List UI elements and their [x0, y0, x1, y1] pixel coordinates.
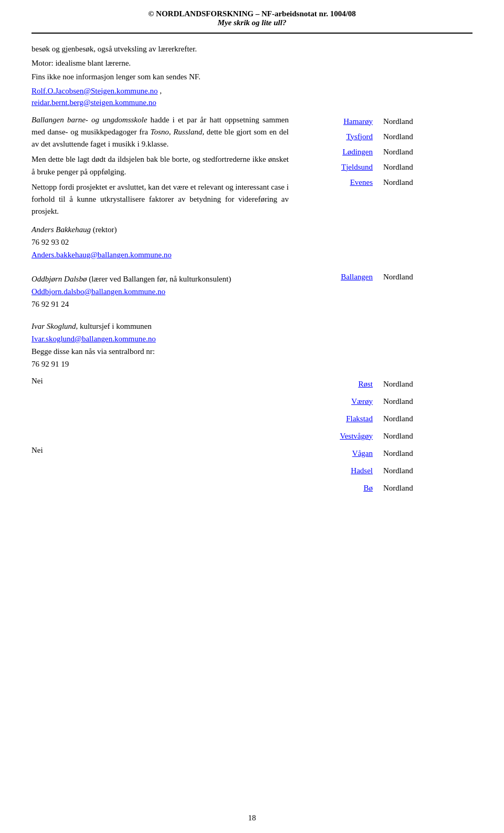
oddbjorn-title: (lærer ved Ballangen før, nå kulturkonsu…: [87, 275, 231, 283]
oddbjorn-phone: 76 92 91 24: [32, 298, 289, 310]
top-section: Ballangen barne- og ungdomsskole hadde i…: [32, 114, 472, 266]
nei-label: Nei: [32, 377, 43, 385]
nei-label: Nei: [32, 446, 43, 454]
anders-email: Anders.bakkehaug@ballangen.kommune.no: [32, 248, 289, 261]
ivar-phone: 76 92 91 19: [32, 358, 472, 370]
municipalities-top: Hamarøy Nordland Tysfjord Nordland Lødin…: [294, 114, 472, 266]
muni-name: Vågan: [294, 446, 378, 461]
lower-right-cell: Hadsel Nordland: [294, 463, 472, 478]
muni-table-bottom-row: Røst Nordland: [294, 377, 472, 392]
narrative-p1: Ballangen barne- og ungdomsskole hadde i…: [32, 114, 289, 151]
table-row: Lødingen Nordland: [294, 144, 472, 160]
combined-row: Oddbjørn Dalsbø (lærer ved Ballangen før…: [32, 269, 472, 316]
muni-county: Nordland: [378, 114, 472, 129]
table-row: Tjeldsund Nordland: [294, 160, 472, 175]
table-row: Evenes Nordland: [294, 175, 472, 190]
table-row: Tysfjord Nordland: [294, 129, 472, 144]
muni-name: Evenes: [294, 175, 378, 190]
table-row: Vågan Nordland: [294, 446, 472, 461]
muni-county: Nordland: [378, 129, 472, 144]
muni-name: Flakstad: [294, 411, 378, 426]
muni-name: Vestvågøy: [294, 429, 378, 444]
muni-county: Nordland: [378, 160, 472, 175]
lower-right-cell: Værøy Nordland: [294, 394, 472, 409]
ivar-title: , kultursjef i kommunen: [76, 322, 152, 330]
ivar-email: Ivar.skoglund@ballangen.kommune.no: [32, 332, 472, 345]
anders-contact: Anders Bakkehaug (rektor) 76 92 93 02 An…: [32, 223, 289, 261]
narrative-left: Ballangen barne- og ungdomsskole hadde i…: [32, 114, 294, 266]
list-item: Nei Røst Nordland: [32, 377, 472, 392]
table-row: Ballangen Nordland: [294, 269, 472, 285]
table-row: Flakstad Nordland: [294, 411, 472, 426]
ballangen-county: Nordland: [378, 269, 472, 285]
header-subtitle: Mye skrik og lite ull?: [32, 18, 472, 27]
email1-link[interactable]: Rolf.O.Jacobsen@Steigen.kommune.no: [32, 87, 158, 95]
list-item: Vestvågøy Nordland: [32, 429, 472, 444]
narrative-block: Ballangen barne- og ungdomsskole hadde i…: [32, 114, 289, 218]
ballangen-muni-block: Ballangen Nordland: [294, 269, 472, 316]
intro-line1: besøk og gjenbesøk, også utveksling av l…: [32, 43, 472, 55]
muni-name: Røst: [294, 377, 378, 392]
lower-right-cell: Røst Nordland: [294, 377, 472, 392]
table-row: Bø Nordland: [294, 481, 472, 496]
muni-county: Nordland: [378, 481, 472, 496]
lower-right-cell: Flakstad Nordland: [294, 411, 472, 426]
lower-left-cell: [32, 429, 294, 444]
ivar-note: Begge disse kan nås via sentralbord nr:: [32, 345, 472, 358]
muni-county: Nordland: [378, 411, 472, 426]
table-row: Værøy Nordland: [294, 394, 472, 409]
narrative-p3: Nettopp fordi prosjektet er avsluttet, k…: [32, 181, 289, 218]
intro-line3: Fins ikke noe informasjon lenger som kan…: [32, 71, 472, 83]
table-row: Hamarøy Nordland: [294, 114, 472, 129]
anders-name: Anders Bakkehaug: [32, 225, 91, 234]
muni-name: Bø: [294, 481, 378, 496]
oddbjorn-name-line: Oddbjørn Dalsbø (lærer ved Ballangen før…: [32, 273, 289, 285]
muni-name: Tysfjord: [294, 129, 378, 144]
muni-county: Nordland: [378, 394, 472, 409]
muni-table-top: Hamarøy Nordland Tysfjord Nordland Lødin…: [294, 114, 472, 190]
list-item: Hadsel Nordland: [32, 463, 472, 478]
oddbjorn-block: Oddbjørn Dalsbø (lærer ved Ballangen før…: [32, 269, 294, 316]
muni-county: Nordland: [378, 463, 472, 478]
intro-line2: Motor: idealisme blant lærerne.: [32, 57, 472, 69]
intro-block: besøk og gjenbesøk, også utveksling av l…: [32, 43, 472, 109]
lower-section: Nei Røst Nordland: [32, 377, 472, 496]
list-item: Værøy Nordland: [32, 394, 472, 409]
oddbjorn-contact: Oddbjørn Dalsbø (lærer ved Ballangen før…: [32, 273, 289, 310]
muni-name: Hadsel: [294, 463, 378, 478]
lower-left-cell: [32, 481, 294, 496]
muni-table-bottom-row: Vestvågøy Nordland: [294, 429, 472, 444]
muni-name: Tjeldsund: [294, 160, 378, 175]
anders-phone: 76 92 93 02: [32, 236, 289, 248]
page-header: © NORDLANDSFORSKNING – NF-arbeidsnotat n…: [32, 0, 472, 34]
lower-left-cell: [32, 411, 294, 426]
lower-right-cell: Vågan Nordland: [294, 446, 472, 461]
muni-table-bottom-row: Flakstad Nordland: [294, 411, 472, 426]
oddbjorn-name: Oddbjørn Dalsbø: [32, 275, 87, 283]
muni-table-bottom-row: Værøy Nordland: [294, 394, 472, 409]
table-row: Vestvågøy Nordland: [294, 429, 472, 444]
oddbjorn-email: Oddbjorn.dalsbo@ballangen.kommune.no: [32, 285, 289, 298]
muni-bottom-rows: Nei Røst Nordland: [32, 377, 472, 496]
muni-table-bottom-row: Vågan Nordland: [294, 446, 472, 461]
header-title: © NORDLANDSFORSKNING – NF-arbeidsnotat n…: [32, 9, 472, 18]
table-row: Røst Nordland: [294, 377, 472, 392]
lower-left-cell: Nei: [32, 377, 294, 392]
muni-name: Lødingen: [294, 144, 378, 160]
page: © NORDLANDSFORSKNING – NF-arbeidsnotat n…: [0, 0, 504, 833]
ballangen-muni-table: Ballangen Nordland: [294, 269, 472, 285]
list-item: Bø Nordland: [32, 481, 472, 496]
anders-name-line: Anders Bakkehaug (rektor): [32, 223, 289, 236]
muni-table-bottom-row: Hadsel Nordland: [294, 463, 472, 478]
comma: ,: [158, 87, 162, 95]
muni-county: Nordland: [378, 446, 472, 461]
muni-name: Værøy: [294, 394, 378, 409]
page-number: 18: [0, 814, 504, 822]
lower-left-cell: Nei: [32, 446, 294, 461]
lower-right-cell: Bø Nordland: [294, 481, 472, 496]
email2-link[interactable]: reidar.bernt.berg@steigen.kommune.no: [32, 98, 156, 107]
ivar-name: Ivar Skoglund: [32, 322, 76, 330]
list-item: Flakstad Nordland: [32, 411, 472, 426]
ivar-block: Ivar Skoglund, kultursjef i kommunen Iva…: [32, 320, 472, 370]
muni-table-bottom-row: Bø Nordland: [294, 481, 472, 496]
